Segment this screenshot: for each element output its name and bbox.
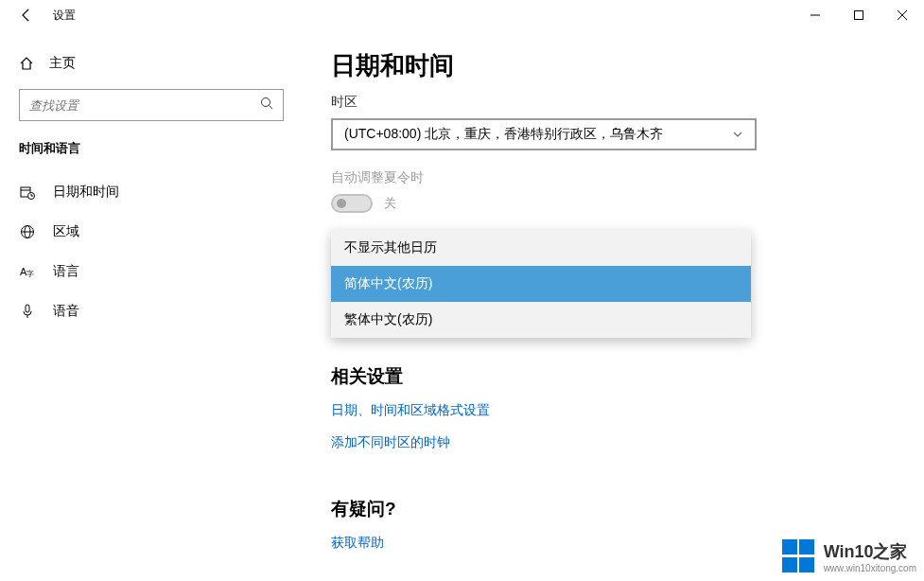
chevron-down-icon xyxy=(732,129,743,140)
dst-toggle xyxy=(331,194,373,213)
titlebar: 设置 xyxy=(0,0,924,30)
dst-toggle-row: 关 xyxy=(331,194,886,213)
microphone-icon xyxy=(19,304,36,319)
nav-label: 区域 xyxy=(53,223,79,240)
nav-label: 语音 xyxy=(53,303,79,320)
link-region-format[interactable]: 日期、时间和区域格式设置 xyxy=(331,402,886,419)
watermark-text: Win10之家 www.win10xitong.com xyxy=(824,540,916,573)
question-heading: 有疑问? xyxy=(331,497,886,521)
nav-date-time[interactable]: 日期和时间 xyxy=(19,172,284,212)
language-icon: A字 xyxy=(19,264,36,279)
search-icon xyxy=(260,97,273,114)
calendar-option-simplified[interactable]: 简体中文(农历) xyxy=(331,266,751,302)
watermark-line1: Win10之家 xyxy=(824,540,916,563)
nav-language[interactable]: A字 语言 xyxy=(19,252,284,291)
svg-point-4 xyxy=(262,98,270,107)
maximize-icon xyxy=(854,10,863,20)
page-title: 日期和时间 xyxy=(331,49,886,82)
home-label: 主页 xyxy=(49,55,76,72)
windows-logo-icon xyxy=(782,539,816,573)
back-arrow-icon xyxy=(19,8,34,23)
dst-state: 关 xyxy=(384,195,396,212)
close-icon xyxy=(898,10,907,20)
nav-region[interactable]: 区域 xyxy=(19,212,284,252)
settings-window: 设置 主页 时间和语言 日期和时间 区域 xyxy=(0,0,924,581)
calendar-dropdown-open[interactable]: 不显示其他日历 简体中文(农历) 繁体中文(农历) xyxy=(331,230,751,338)
dst-label: 自动调整夏令时 xyxy=(331,169,886,186)
watermark: Win10之家 www.win10xitong.com xyxy=(782,539,916,573)
nav-speech[interactable]: 语音 xyxy=(19,291,284,331)
globe-icon xyxy=(19,224,36,239)
window-controls xyxy=(793,0,924,30)
toggle-knob xyxy=(337,199,346,208)
sidebar: 主页 时间和语言 日期和时间 区域 A字 语言 语音 xyxy=(0,30,303,581)
minimize-button[interactable] xyxy=(793,0,837,30)
back-button[interactable] xyxy=(8,0,45,30)
home-nav[interactable]: 主页 xyxy=(19,49,284,78)
timezone-dropdown[interactable]: (UTC+08:00) 北京，重庆，香港特别行政区，乌鲁木齐 xyxy=(331,118,757,150)
content-area: 主页 时间和语言 日期和时间 区域 A字 语言 语音 xyxy=(0,30,924,581)
search-box[interactable] xyxy=(19,89,284,121)
home-icon xyxy=(19,56,34,71)
minimize-icon xyxy=(811,10,820,20)
calendar-option-traditional[interactable]: 繁体中文(农历) xyxy=(331,302,751,338)
close-button[interactable] xyxy=(880,0,924,30)
calendar-clock-icon xyxy=(19,185,36,200)
search-input[interactable] xyxy=(29,98,260,113)
svg-text:字: 字 xyxy=(26,270,34,278)
window-title: 设置 xyxy=(53,8,76,24)
watermark-line2: www.win10xitong.com xyxy=(824,563,916,573)
category-title: 时间和语言 xyxy=(19,140,284,157)
nav-label: 日期和时间 xyxy=(53,184,119,201)
related-heading: 相关设置 xyxy=(331,364,886,389)
maximize-button[interactable] xyxy=(837,0,880,30)
calendar-option-none[interactable]: 不显示其他日历 xyxy=(331,230,751,266)
svg-rect-1 xyxy=(855,11,863,20)
svg-line-5 xyxy=(270,106,273,110)
timezone-value: (UTC+08:00) 北京，重庆，香港特别行政区，乌鲁木齐 xyxy=(344,126,663,143)
main-panel: 日期和时间 时区 (UTC+08:00) 北京，重庆，香港特别行政区，乌鲁木齐 … xyxy=(303,30,924,581)
svg-rect-16 xyxy=(26,305,29,312)
link-add-clocks[interactable]: 添加不同时区的时钟 xyxy=(331,434,886,451)
timezone-label: 时区 xyxy=(331,94,886,111)
nav-label: 语言 xyxy=(53,263,79,280)
